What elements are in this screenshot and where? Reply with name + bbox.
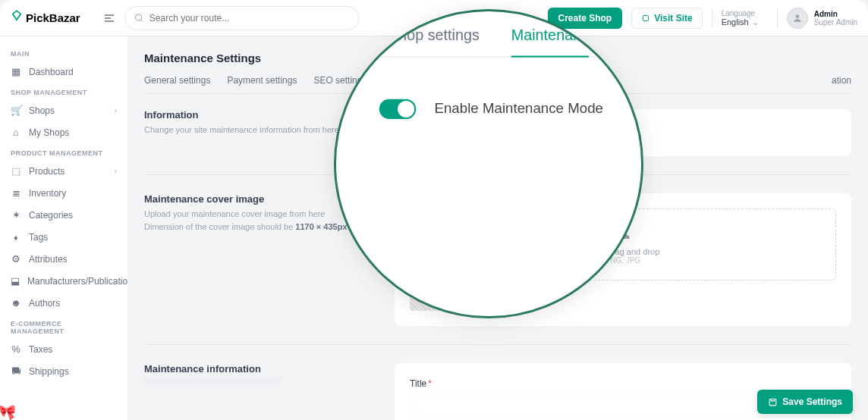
cover-desc-1: Upload your maintenance cover image from… xyxy=(144,208,372,221)
sidebar-item-taxes[interactable]: %Taxes xyxy=(0,338,127,360)
tab-payment[interactable]: Payment settings xyxy=(227,75,297,93)
visit-site-button[interactable]: Visit Site xyxy=(631,8,702,29)
user-menu[interactable]: Admin Super Admin xyxy=(777,8,857,29)
box-icon: ⬚ xyxy=(11,165,21,177)
svg-rect-7 xyxy=(769,399,776,406)
grid-icon: ▦ xyxy=(11,66,21,77)
mag-maintenance-toggle xyxy=(379,99,416,119)
brand-text: PickBazar xyxy=(26,11,80,24)
category-icon: ✶ xyxy=(11,209,21,221)
user-icon: ☻ xyxy=(11,297,21,309)
sidebar-item-tags[interactable]: ⬧Tags xyxy=(0,226,127,248)
sidebar-item-myshops[interactable]: ⌂My Shops xyxy=(0,121,127,143)
language-label: Language xyxy=(722,9,759,17)
shop-icon: ⌂ xyxy=(11,127,21,138)
cart-icon: 🛒 xyxy=(11,105,21,116)
brand-logo: PickBazar xyxy=(11,10,80,26)
search-field[interactable] xyxy=(149,13,350,24)
magnifier-overlay: Shop settings Maintenanc Enable Maintena… xyxy=(334,9,643,318)
sidebar-section-ecom: E-COMMERCE MANAGEMENT xyxy=(0,314,127,338)
svg-rect-5 xyxy=(643,15,649,20)
building-icon: ⬓ xyxy=(11,275,20,287)
layers-icon: ≣ xyxy=(11,187,21,199)
cover-desc-2: Dimension of the cover image should be 1… xyxy=(144,221,372,234)
sidebar-section-main: MAIN xyxy=(0,44,127,61)
external-link-icon xyxy=(641,14,650,23)
language-switcher[interactable]: Language English ⌄ xyxy=(712,9,768,27)
tab-general[interactable]: General settings xyxy=(144,75,210,93)
save-settings-button[interactable]: Save Settings xyxy=(757,390,853,414)
maint-info-desc-blur xyxy=(144,378,281,385)
brand-icon xyxy=(11,10,23,26)
chevron-right-icon: › xyxy=(115,106,117,114)
sidebar-item-shops[interactable]: 🛒Shops› xyxy=(0,99,127,121)
title-label: Title* xyxy=(410,378,836,389)
svg-point-6 xyxy=(795,14,799,18)
maint-info-heading: Maintenance information xyxy=(144,363,372,375)
menu-toggle-icon[interactable] xyxy=(103,12,115,24)
sidebar-item-attributes[interactable]: ⚙Attributes xyxy=(0,248,127,270)
sidebar-item-manufacturers[interactable]: ⬓Manufacturers/Publications xyxy=(0,270,127,292)
user-role: Super Admin xyxy=(814,18,857,27)
tag-icon: ⬧ xyxy=(11,231,21,243)
percent-icon: % xyxy=(11,343,21,355)
mag-toggle-label: Enable Maintenance Mode xyxy=(435,101,603,118)
sidebar-section-product: PRODUCT MANAGEMENT xyxy=(0,143,127,160)
user-name: Admin xyxy=(814,10,857,18)
language-value: English xyxy=(722,17,749,27)
avatar xyxy=(787,8,808,29)
sidebar-section-shop: SHOP MANAGEMENT xyxy=(0,83,127,99)
svg-line-4 xyxy=(140,20,142,21)
sidebar-item-authors[interactable]: ☻Authors xyxy=(0,292,127,314)
save-icon xyxy=(768,397,778,407)
chevron-down-icon: ⌄ xyxy=(752,17,759,27)
tab-trailing[interactable]: ation xyxy=(832,75,851,93)
chevron-right-icon: › xyxy=(115,167,117,175)
sidebar-item-inventory[interactable]: ≣Inventory xyxy=(0,182,127,204)
info-heading: Information xyxy=(144,109,372,121)
sidebar-item-categories[interactable]: ✶Categories xyxy=(0,204,127,226)
svg-point-3 xyxy=(135,14,141,20)
sidebar-item-products[interactable]: ⬚Products› xyxy=(0,160,127,182)
sliders-icon: ⚙ xyxy=(11,253,21,265)
sidebar-item-shippings[interactable]: ⛟Shippings xyxy=(0,360,127,382)
truck-icon: ⛟ xyxy=(11,365,21,377)
sidebar: MAIN ▦Dashboard SHOP MANAGEMENT 🛒Shops› … xyxy=(0,36,127,420)
sidebar-item-dashboard[interactable]: ▦Dashboard xyxy=(0,61,127,83)
search-icon xyxy=(134,13,143,23)
search-input[interactable] xyxy=(124,6,360,30)
bow-icon: 🎀 xyxy=(0,403,16,420)
